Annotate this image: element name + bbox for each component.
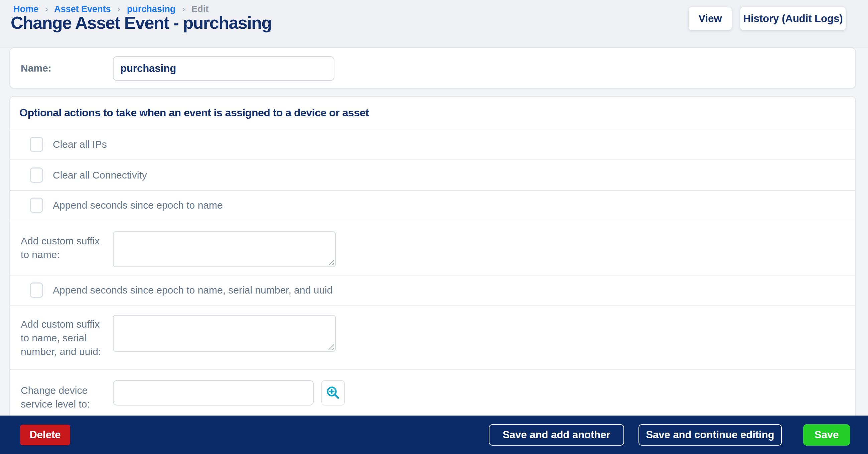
clear-all-connectivity-checkbox[interactable] — [30, 168, 43, 183]
magnifier-plus-icon — [326, 386, 340, 400]
name-label: Name: — [21, 48, 52, 88]
name-card: Name: — [9, 48, 856, 89]
service-level-label: Change device service level to: — [21, 384, 104, 411]
service-level-lookup-button[interactable] — [321, 380, 345, 405]
page-title: Change Asset Event - purchasing — [11, 13, 272, 33]
save-and-continue-editing-button[interactable]: Save and continue editing — [639, 424, 782, 446]
clear-all-ips-label: Clear all IPs — [53, 139, 107, 150]
append-epoch-all-label: Append seconds since epoch to name, seri… — [53, 284, 333, 296]
row-clear-all-connectivity: Clear all Connectivity — [10, 159, 855, 190]
custom-suffix-all-label: Add custom suffix to name, serial number… — [21, 317, 104, 358]
clear-all-connectivity-label: Clear all Connectivity — [53, 170, 147, 181]
custom-suffix-name-label: Add custom suffix to name: — [21, 234, 104, 262]
optional-actions-heading: Optional actions to take when an event i… — [10, 97, 855, 129]
optional-actions-card: Optional actions to take when an event i… — [9, 96, 856, 424]
custom-suffix-name-textarea[interactable] — [113, 231, 336, 267]
append-epoch-all-checkbox[interactable] — [30, 282, 43, 298]
delete-button[interactable]: Delete — [20, 425, 70, 445]
history-audit-logs-button[interactable]: History (Audit Logs) — [740, 7, 846, 30]
row-custom-suffix-name: Add custom suffix to name: — [10, 220, 855, 275]
name-input[interactable] — [113, 56, 335, 81]
row-append-epoch-all: Append seconds since epoch to name, seri… — [10, 275, 855, 305]
append-epoch-name-checkbox[interactable] — [30, 198, 43, 213]
append-epoch-name-label: Append seconds since epoch to name — [53, 200, 223, 211]
clear-all-ips-checkbox[interactable] — [30, 137, 43, 152]
save-and-add-another-button[interactable]: Save and add another — [489, 424, 624, 446]
service-level-input[interactable] — [113, 380, 314, 405]
row-custom-suffix-all: Add custom suffix to name, serial number… — [10, 305, 855, 369]
row-clear-all-ips: Clear all IPs — [10, 129, 855, 159]
page-header: Home › Asset Events › purchasing › Edit … — [0, 0, 868, 48]
view-button[interactable]: View — [688, 7, 732, 30]
custom-suffix-all-textarea[interactable] — [113, 315, 336, 352]
footer-action-bar: Delete Save and add another Save and con… — [0, 416, 868, 454]
row-append-epoch-name: Append seconds since epoch to name — [10, 190, 855, 220]
save-button[interactable]: Save — [803, 424, 850, 446]
